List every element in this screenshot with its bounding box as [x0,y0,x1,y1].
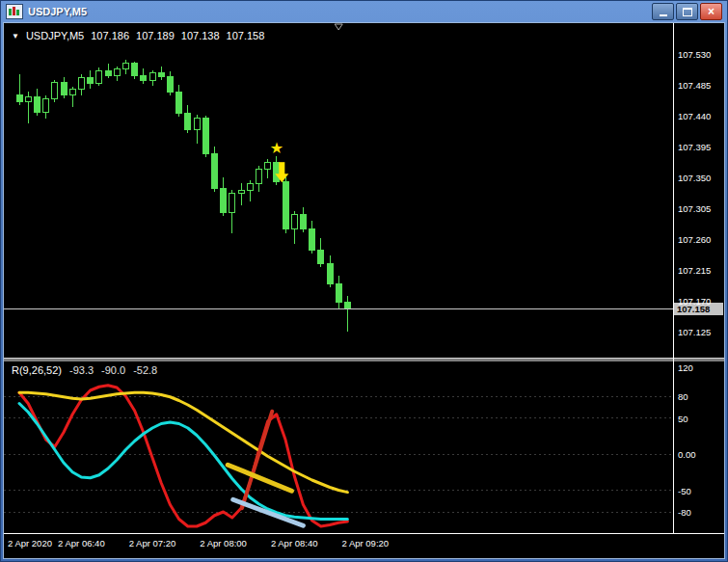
indicator-axis-label: 80 [678,391,688,402]
time-axis-label: 2 Apr 06:40 [58,538,105,549]
window-controls: × [652,3,722,20]
indicator-name: R(9,26,52) [12,364,62,376]
price-axis-label: 107.215 [678,265,711,276]
info-close: 107.158 [227,30,265,41]
minimize-icon [660,14,667,16]
price-chart-svg[interactable]: ★ [4,23,673,358]
axis-horizontal-separator [4,533,724,534]
indicator-value-1: -93.3 [69,364,94,376]
indicator-axis-label: 120 [678,362,693,373]
price-axis-label: 107.440 [678,111,711,121]
price-axis-label: 107.125 [678,327,711,337]
window-title: USDJPY,M5 [28,6,87,17]
price-axis[interactable]: 107.158 107.530107.485107.440107.395107.… [674,23,724,533]
time-axis-label: 2 Apr 08:40 [271,538,318,549]
indicator-svg[interactable] [4,361,673,533]
indicator-value-3: -52.8 [133,364,157,376]
chart-surface: ▼ USDJPY,M5 107.186 107.189 107.138 107.… [4,23,724,558]
time-axis-label: 2 Apr 07:20 [129,538,176,549]
maximize-icon [683,8,692,16]
trendline-object-1[interactable] [242,412,272,509]
window-titlebar[interactable]: USDJPY,M5 × [4,2,724,21]
indicator-axis-label: 50 [678,414,688,424]
indicator-value-2: -90.0 [101,364,125,376]
minimize-button[interactable] [652,3,674,20]
time-axis[interactable]: 2 Apr 20202 Apr 06:402 Apr 07:202 Apr 08… [4,535,724,554]
indicator-axis-label: -80 [678,507,691,518]
price-axis-label: 107.395 [678,142,711,152]
mt4-chart-window: USDJPY,M5 × ▼ USDJPY,M5 107.186 107.189 … [0,0,728,562]
dropdown-triangle-icon: ▼ [12,32,19,40]
indicator-line-r52 [19,392,347,492]
info-high: 107.189 [136,30,175,41]
price-axis-label: 107.170 [678,296,711,307]
price-axis-label: 107.530 [678,49,711,60]
ohlc-info-line: ▼ USDJPY,M5 107.186 107.189 107.138 107.… [12,30,264,41]
time-axis-label: 2 Apr 08:00 [200,538,247,549]
star-marker[interactable]: ★ [270,139,283,157]
chart-app-icon [6,4,23,19]
price-axis-label: 107.485 [678,80,711,91]
info-symbol: USDJPY,M5 [26,30,84,41]
indicator-axis-label: 0.00 [678,449,696,460]
maximize-button[interactable] [676,3,698,20]
price-axis-label: 107.305 [678,203,711,214]
trendline-object-2[interactable] [228,465,291,491]
time-axis-label: 2 Apr 2020 [8,538,52,549]
info-open: 107.186 [91,30,129,41]
chart-shift-marker-icon [335,24,342,30]
close-icon: × [708,6,715,17]
indicator-label: R(9,26,52) -93.3 -90.0 -52.8 [12,364,157,376]
indicator-axis-label: -50 [678,486,691,496]
trendline-object-3[interactable] [233,499,304,525]
price-axis-label: 107.350 [678,173,711,183]
price-axis-label: 107.260 [678,234,711,245]
close-button[interactable]: × [700,3,722,20]
info-low: 107.138 [181,30,220,41]
time-axis-label: 2 Apr 09:20 [341,538,389,549]
indicator-line-r9 [19,386,347,526]
